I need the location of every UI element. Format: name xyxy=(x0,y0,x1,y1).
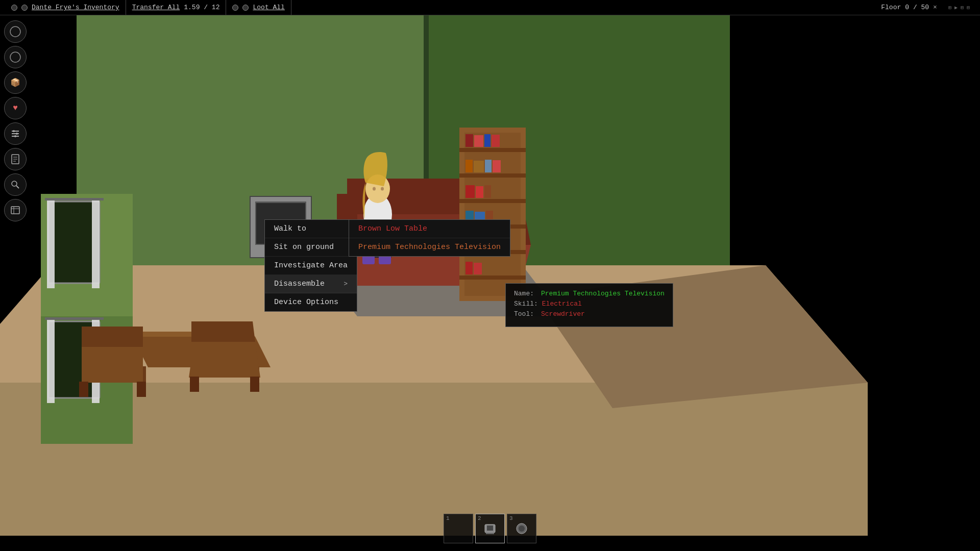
menu-sit-label: Sit on ground xyxy=(274,243,334,252)
menu-walk-to-label: Walk to xyxy=(274,224,306,233)
inventory-section: Dante Frye's Inventory xyxy=(5,0,126,15)
svg-point-93 xyxy=(373,187,376,191)
game-scene xyxy=(0,0,980,536)
context-menu: Walk to Sit on ground Investigate Area D… xyxy=(264,219,357,312)
svg-marker-85 xyxy=(191,321,255,342)
tooltip-name-label: Name: xyxy=(514,290,537,297)
hotbar-slot-2-num: 2 xyxy=(478,515,481,521)
svg-point-100 xyxy=(519,525,525,532)
inventory-icon2 xyxy=(21,5,28,11)
svg-rect-75 xyxy=(474,263,482,274)
menu-disassemble[interactable]: Disassemble > xyxy=(265,275,357,293)
menu-disassemble-label: Disassemble xyxy=(274,280,325,288)
svg-rect-58 xyxy=(474,135,483,147)
stats-button[interactable]: ♥ xyxy=(4,97,27,119)
hotbar: 1 2 3 xyxy=(444,514,536,543)
submenu-brown-table-label: Brown Low Table xyxy=(358,224,427,233)
svg-rect-64 xyxy=(493,160,501,172)
loot-icon xyxy=(232,5,238,11)
hotbar-slot-3-item xyxy=(512,519,531,538)
menu-sit-on-ground[interactable]: Sit on ground xyxy=(265,238,357,257)
menu-investigate-area[interactable]: Investigate Area xyxy=(265,257,357,275)
tooltip-tool-row: Tool: Screwdriver xyxy=(514,310,665,318)
svg-rect-63 xyxy=(485,160,492,172)
svg-rect-65 xyxy=(465,185,475,198)
submenu-tv[interactable]: Premium Technologies Television xyxy=(349,238,510,256)
svg-point-94 xyxy=(381,187,384,191)
hotbar-slot-1-num: 1 xyxy=(446,515,450,521)
transfer-section: Transfer All 1.59 / 12 xyxy=(126,0,227,15)
svg-rect-56 xyxy=(459,276,526,280)
svg-point-7 xyxy=(14,135,16,137)
menu-device-options-label: Device Options xyxy=(274,298,338,307)
hotbar-slot-2[interactable]: 2 xyxy=(475,514,505,543)
svg-rect-27 xyxy=(47,199,55,288)
svg-rect-52 xyxy=(459,173,526,178)
svg-point-12 xyxy=(12,181,17,186)
hotbar-slot-1[interactable]: 1 xyxy=(444,514,473,543)
weight-display: 1.59 / 12 xyxy=(184,4,219,11)
svg-rect-51 xyxy=(459,148,526,152)
control-icons: ⊞ ▶ ⊞ ⊞ xyxy=(948,5,970,11)
left-sidebar: 📦 ♥ xyxy=(4,20,27,221)
disassemble-arrow: > xyxy=(344,280,348,288)
svg-rect-61 xyxy=(465,160,473,172)
svg-rect-86 xyxy=(190,377,199,392)
health-button[interactable] xyxy=(4,20,27,43)
loot-section: Loot All xyxy=(226,0,291,15)
floor-count: 0 / 50 xyxy=(905,4,929,11)
inventory-button[interactable] xyxy=(4,46,27,68)
tooltip-tool-value: Screwdriver xyxy=(541,310,585,318)
svg-rect-74 xyxy=(465,262,473,274)
menu-investigate-label: Investigate Area xyxy=(274,261,348,270)
floor-label: Floor xyxy=(881,4,901,11)
svg-rect-62 xyxy=(474,161,484,172)
svg-rect-97 xyxy=(487,525,493,531)
svg-rect-35 xyxy=(45,317,104,320)
svg-rect-67 xyxy=(484,185,491,198)
menu-walk-to[interactable]: Walk to xyxy=(265,220,357,238)
map-button[interactable] xyxy=(4,199,27,221)
item-tooltip: Name: Premium Technologies Television Sk… xyxy=(505,283,673,327)
hotbar-slot-3[interactable]: 3 xyxy=(507,514,536,543)
svg-line-13 xyxy=(16,186,19,188)
menu-device-options[interactable]: Device Options xyxy=(265,293,357,311)
tooltip-name-row: Name: Premium Technologies Television xyxy=(514,290,665,297)
floor-close[interactable]: × xyxy=(933,4,937,11)
crafting-button[interactable]: 📦 xyxy=(4,71,27,94)
inventory-icon xyxy=(11,5,17,11)
svg-point-0 xyxy=(10,27,20,37)
loot-icon2 xyxy=(242,5,249,11)
svg-rect-28 xyxy=(92,199,100,288)
tooltip-name-value: Premium Technologies Television xyxy=(541,290,665,297)
svg-point-6 xyxy=(16,133,18,135)
svg-rect-53 xyxy=(459,199,526,203)
inventory-label[interactable]: Dante Frye's Inventory xyxy=(32,4,119,11)
top-bar: Dante Frye's Inventory Transfer All 1.59… xyxy=(0,0,980,15)
svg-marker-80 xyxy=(82,347,143,383)
hotbar-slot-2-item xyxy=(480,519,500,538)
svg-rect-83 xyxy=(137,382,146,397)
submenu-brown-low-table[interactable]: Brown Low Table xyxy=(349,220,510,238)
svg-rect-14 xyxy=(11,207,19,214)
tooltip-skill-value: Electrical xyxy=(542,300,582,308)
transfer-all-button[interactable]: Transfer All xyxy=(132,4,180,11)
svg-rect-87 xyxy=(250,377,259,392)
svg-point-1 xyxy=(10,52,20,62)
loot-all-button[interactable]: Loot All xyxy=(253,4,284,11)
svg-rect-60 xyxy=(492,135,500,147)
tooltip-skill-row: Skill: Electrical xyxy=(514,300,665,308)
svg-marker-81 xyxy=(82,327,143,347)
disassemble-submenu: Brown Low Table Premium Technologies Tel… xyxy=(349,219,510,257)
top-right-controls: ⊞ ▶ ⊞ ⊞ xyxy=(943,5,975,11)
svg-rect-82 xyxy=(79,382,88,397)
tooltip-tool-label: Tool: xyxy=(514,310,537,318)
svg-rect-33 xyxy=(47,319,55,403)
search-button[interactable] xyxy=(4,173,27,196)
svg-rect-59 xyxy=(484,134,491,147)
journal-button[interactable] xyxy=(4,148,27,170)
svg-rect-66 xyxy=(476,186,483,198)
skills-button[interactable] xyxy=(4,122,27,145)
floor-section: Floor 0 / 50 × xyxy=(875,4,943,11)
svg-rect-57 xyxy=(465,134,473,147)
